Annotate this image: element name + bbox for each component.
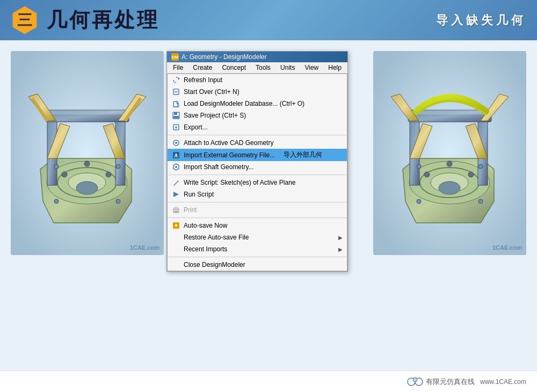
separator-3 [168,202,347,202]
separator-4 [168,217,347,218]
svg-point-56 [424,172,430,177]
menu-item-attach-cad[interactable]: Attach to Active CAD Geometry [168,137,347,149]
refresh-input-label: Refresh Input [184,76,222,84]
dm-window: DM A: Geometry - DesignModeler File Crea… [166,51,348,272]
svg-point-32 [175,142,177,144]
menu-item-run-script[interactable]: Run Script [168,188,347,200]
main-content: 1CAE.com DM A: Geometry - DesignModeler … [0,40,537,371]
svg-point-59 [417,164,421,169]
menu-area: DM A: Geometry - DesignModeler File Crea… [164,51,368,272]
logo-icon [407,376,423,387]
menu-view[interactable]: View [303,63,320,72]
svg-point-62 [478,199,483,204]
auto-save-label: Auto-save Now [184,222,227,229]
recent-icon [172,245,180,253]
svg-point-55 [439,182,460,194]
menu-item-auto-save[interactable]: Auto-save Now [168,220,347,231]
menu-create[interactable]: Create [191,63,214,72]
right-watermark: 1CAE.com [492,244,522,251]
import-external-icon [172,151,180,159]
save-icon [172,111,180,120]
menu-help[interactable]: Help [326,63,343,72]
dm-icon-label: DM [172,55,178,60]
run-script-icon [172,190,180,199]
separator-2 [168,175,347,175]
menu-item-write-script[interactable]: Write Script: Sketch(es) of Active Plane [168,177,347,188]
svg-rect-0 [11,51,164,255]
menu-file[interactable]: File [171,63,185,72]
menu-item-import-external[interactable]: Import External Geometry File... 导入外部几何 [168,149,347,161]
start-over-label: Start Over (Ctrl+ N) [184,88,240,96]
badge-label: 三 [17,10,32,31]
menu-item-start-over[interactable]: Start Over (Ctrl+ N) [168,86,347,98]
separator-1 [168,135,347,135]
menu-item-close-dm[interactable]: Close DesignModeler [168,259,347,271]
run-script-label: Run Script [184,191,214,198]
page-subtitle: 导入缺失几何 [436,12,526,28]
restore-icon [172,233,180,242]
menu-item-restore-auto[interactable]: Restore Auto-save File ▶ [168,231,347,243]
logo-text: 有限元仿真在线 [426,377,475,387]
export-icon [172,123,180,132]
restore-arrow: ▶ [338,235,343,241]
svg-point-57 [468,172,474,177]
svg-point-58 [447,161,452,166]
svg-point-13 [76,182,98,194]
menu-item-export[interactable]: Export... [168,121,347,133]
load-db-icon [172,99,180,108]
svg-point-16 [84,161,90,166]
svg-point-61 [417,199,421,204]
restore-auto-label: Restore Auto-save File [184,234,249,241]
close-dm-label: Close DesignModeler [184,261,245,268]
page-wrapper: 三 几何再处理 导入缺失几何 [0,0,537,392]
menu-item-import-shaft[interactable]: Import Shaft Geometry... [168,161,347,173]
svg-point-65 [413,378,417,382]
menu-item-recent-imports[interactable]: Recent Imports ▶ [168,243,347,255]
attach-cad-label: Attach to Active CAD Geometry [184,139,273,147]
menu-concept[interactable]: Concept [220,63,248,72]
step-badge: 三 [11,6,39,34]
header: 三 几何再处理 导入缺失几何 [0,0,537,40]
left-cad-image: 1CAE.com [11,51,164,255]
write-script-label: Write Script: Sketch(es) of Active Plane [184,179,296,186]
page-title: 几何再处理 [47,6,428,34]
dm-icon: DM [171,53,179,61]
print-label: Print [184,206,197,214]
auto-save-icon [172,221,180,230]
file-dropdown: Refresh Input Start Over (Ctrl+ N) [167,74,347,271]
svg-point-19 [54,164,59,169]
footer-logo: 有限元仿真在线 [407,376,475,387]
footer: 有限元仿真在线 www.1CAE.com [0,371,537,392]
write-script-icon [172,178,180,187]
menu-item-load-db[interactable]: Load DesignModeler Database... (Ctrl+ O) [168,98,347,110]
menu-item-print[interactable]: Print [168,204,347,216]
svg-rect-10 [46,110,129,114]
svg-point-36 [175,166,177,168]
dm-title: A: Geometry - DesignModeler [182,53,267,61]
svg-rect-42 [373,51,526,255]
svg-rect-29 [173,116,179,118]
start-over-icon [172,88,180,96]
svg-point-14 [62,172,67,177]
svg-point-60 [478,164,483,169]
menu-item-refresh-input[interactable]: Refresh Input [168,74,347,86]
import-shaft-label: Import Shaft Geometry... [184,163,254,171]
svg-point-21 [54,199,59,204]
right-cad-image: 1CAE.com [373,51,526,255]
menu-item-save-project[interactable]: Save Project (Ctrl+ S) [168,110,347,121]
menu-tools[interactable]: Tools [254,63,272,72]
svg-marker-37 [173,192,179,197]
recent-imports-label: Recent Imports [184,245,227,253]
close-dm-icon [172,260,180,269]
footer-website: www.1CAE.com [480,378,526,386]
import-external-chinese-label: 导入外部几何 [280,150,325,159]
svg-rect-40 [175,210,178,212]
svg-rect-28 [174,112,177,115]
attach-icon [172,139,180,147]
menu-units[interactable]: Units [279,63,296,72]
recent-arrow: ▶ [338,246,343,252]
import-external-label: Import External Geometry File... [184,151,275,159]
svg-point-15 [106,172,111,177]
save-project-label: Save Project (Ctrl+ S) [184,112,246,119]
export-label: Export... [184,124,208,131]
